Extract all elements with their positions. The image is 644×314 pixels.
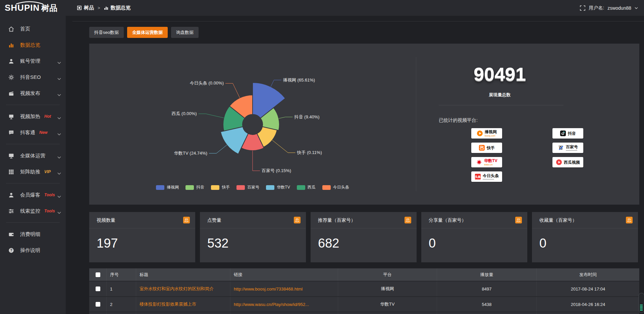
platform-badge-text: 西瓜视频 <box>564 160 580 164</box>
breadcrumb-current[interactable]: 数据总览 <box>111 5 131 11</box>
breadcrumb-root[interactable]: 树品 <box>84 5 94 11</box>
username-value[interactable]: zswodun88 <box>607 5 631 11</box>
cell-empty <box>230 312 338 314</box>
user-menu-chevron-icon[interactable] <box>635 7 638 9</box>
sidebar-item-label: 矩阵助推 <box>20 169 40 175</box>
chevron-down-icon <box>57 170 61 176</box>
chart-icon <box>8 42 14 48</box>
legend-swatch <box>266 185 274 190</box>
chat-icon <box>8 130 14 136</box>
legend-swatch <box>156 185 164 190</box>
sidebar-item-首页[interactable]: 首页 <box>0 21 66 37</box>
legend-item-华数TV[interactable]: 华数TV <box>266 185 290 190</box>
tab-抖音seo数据[interactable]: 抖音seo数据 <box>89 27 124 38</box>
legend-label: 西瓜 <box>308 185 316 190</box>
grid-icon <box>8 169 14 175</box>
sidebar-item-badge: Tools <box>44 209 55 213</box>
row-checkbox[interactable] <box>96 286 100 291</box>
platform-badge-text: 华数TVwasu.cn <box>484 159 497 166</box>
svg-text:?: ? <box>10 249 12 252</box>
table-row-partial <box>89 312 639 314</box>
wasu-logo-icon <box>476 159 482 165</box>
cell-title[interactable]: 楼体投影灯投影效果震撼上市 <box>136 297 230 312</box>
sidebar-item-线索监控[interactable]: 线索监控Tools <box>0 203 66 219</box>
pie-label-百家号: 百家号 (0.15%) <box>262 168 291 173</box>
sidebar-item-视频加热[interactable]: 视频加热Hot <box>0 108 66 124</box>
top-header: SHUPIN 树品 树品 > 数据总览 用户名: zswodun88 <box>0 0 644 16</box>
question-icon: ? <box>8 248 14 253</box>
pie-label-line-抖音 <box>279 117 292 118</box>
sidebar-item-数据总览[interactable]: 数据总览 <box>0 37 66 53</box>
stat-card-value: 0 <box>539 236 546 251</box>
sidebar-item-会员爆客[interactable]: 会员爆客Tools <box>0 187 66 203</box>
sidebar-item-label: 操作说明 <box>20 247 40 254</box>
sidebar-item-抖音SEO[interactable]: 抖音SEO <box>0 69 66 85</box>
clapper-icon <box>8 91 14 96</box>
sidebar-item-label: 数据总览 <box>20 42 40 48</box>
table-header-序号: 序号 <box>107 268 136 281</box>
sidebar-item-label: 线索监控 <box>20 208 40 214</box>
gear-icon <box>8 74 14 80</box>
tab-全媒体运营数据[interactable]: 全媒体运营数据 <box>127 27 168 38</box>
legend-item-百家号[interactable]: 百家号 <box>236 185 259 190</box>
sidebar-item-视频发布[interactable]: 视频发布 <box>0 85 66 101</box>
table-header-平台: 平台 <box>338 268 437 281</box>
legend-item-快手[interactable]: 快手 <box>211 185 230 190</box>
overview-panel: 播视网 (65.61%)抖音 (9.40%)快手 (0.11%)百家号 (0.1… <box>89 44 639 205</box>
tab-询盘数据[interactable]: 询盘数据 <box>171 27 199 38</box>
cell-link[interactable]: http://www.boosj.com/7338468.html <box>230 281 338 296</box>
sidebar-divider <box>6 222 60 223</box>
pie-label-今日头条: 今日头条 (0.00%) <box>190 81 224 86</box>
cell-empty <box>136 312 230 314</box>
sidebar-item-全媒体运营[interactable]: 全媒体运营 <box>0 148 66 164</box>
row-checkbox[interactable] <box>96 302 100 307</box>
sidebar-item-矩阵助推[interactable]: 矩阵助推VIP <box>0 164 66 180</box>
sidebar-item-badge: Hot <box>44 114 51 119</box>
chevron-down-icon <box>57 154 61 160</box>
platform-share-rose-chart[interactable]: 播视网 (65.61%)抖音 (9.40%)快手 (0.11%)百家号 (0.1… <box>89 44 416 185</box>
sidebar-item-badge: Tools <box>44 193 55 197</box>
platform-name: 华数TV <box>484 159 497 163</box>
dashboard-page: SHUPIN 树品 树品 > 数据总览 用户名: zswodun88 首页数据总… <box>0 0 644 314</box>
platform-name: 快手 <box>487 146 495 150</box>
platform-badge-text: 播视网boosj.com <box>485 130 497 137</box>
sidebar-item-抖客通[interactable]: 抖客通New <box>0 124 66 141</box>
legend-label: 快手 <box>222 185 230 190</box>
pie-label-快手: 快手 (0.11%) <box>297 150 322 155</box>
cell-no: 2 <box>107 297 136 312</box>
stat-card-header: 点赞量总 <box>200 212 306 228</box>
platform-badge-text: 快手 <box>487 146 495 150</box>
cell-title[interactable]: 室外水纹灯和室内水纹灯的区别和简介 <box>136 281 230 296</box>
platform-subtext: wasu.cn <box>484 163 497 166</box>
select-all-checkbox[interactable] <box>96 272 100 277</box>
platform-badge-播视网: 播视网boosj.com <box>471 128 502 139</box>
platform-subtext-bar <box>566 150 577 151</box>
platform-badge-快手: 快手 <box>471 143 502 153</box>
home-icon <box>8 26 14 32</box>
sidebar-item-账号管理[interactable]: 账号管理 <box>0 53 66 69</box>
stat-card-header: 推荐量（百家号）总 <box>311 212 417 228</box>
cell-platform: 播视网 <box>338 281 437 296</box>
pie-label-line-华数TV <box>209 145 227 153</box>
floating-widget[interactable] <box>639 293 644 313</box>
kuaishou-logo-icon <box>479 145 485 151</box>
table-row: 1室外水纹灯和室内水纹灯的区别和简介http://www.boosj.com/7… <box>89 281 639 297</box>
sidebar-item-消费明细[interactable]: 消费明细 <box>0 226 66 242</box>
stat-card-收藏量（百家号）: 收藏量（百家号）总0 <box>532 212 638 262</box>
cell-link[interactable]: http://www.wasu.cn/Play/show/id/952... <box>230 297 338 312</box>
stat-card-value: 0 <box>429 236 436 251</box>
cell-plays: 8497 <box>437 281 537 296</box>
breadcrumb-separator: > <box>98 5 100 10</box>
fullscreen-icon[interactable] <box>580 5 585 11</box>
legend-item-抖音[interactable]: 抖音 <box>185 185 204 190</box>
legend-item-播视网[interactable]: 播视网 <box>156 185 179 190</box>
stat-card-title: 收藏量（百家号） <box>539 217 577 223</box>
impressions-total-value: 90491 <box>416 63 584 85</box>
table-header-标题: 标题 <box>136 268 230 281</box>
legend-item-今日头条[interactable]: 今日头条 <box>322 185 349 190</box>
sidebar-divider <box>6 105 60 105</box>
legend-item-西瓜[interactable]: 西瓜 <box>297 185 316 190</box>
sidebar-item-操作说明[interactable]: ?操作说明 <box>0 242 66 258</box>
total-badge: 总 <box>294 217 301 223</box>
sidebar-item-label: 账号管理 <box>20 58 40 64</box>
